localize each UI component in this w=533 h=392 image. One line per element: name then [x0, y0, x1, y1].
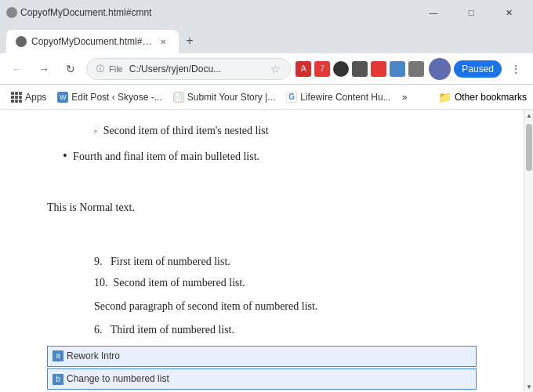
- google-icon: G: [286, 92, 297, 103]
- maximize-button[interactable]: □: [453, 0, 489, 25]
- apps-grid-icon: [11, 92, 22, 103]
- comment-b-text: Change to numbered list: [67, 372, 169, 387]
- numbered-item-6: 6. Third item of numbered list.: [94, 321, 477, 339]
- comment-b-letter: b: [53, 374, 63, 385]
- dash-icon: ◦: [94, 125, 97, 136]
- tab-close-button[interactable]: ✕: [157, 35, 169, 48]
- comment-boxes: a Rework Intro b Change to numbered list: [47, 346, 477, 390]
- folder-icon: 📁: [438, 91, 451, 103]
- favicon: [6, 7, 17, 18]
- num-9: 9.: [94, 256, 108, 267]
- chrome-menu-button[interactable]: ⋮: [505, 58, 527, 80]
- numbered-item-6-container: 6. Third item of numbered list.: [94, 321, 477, 339]
- normal-text-block: This is Normal text.: [47, 199, 477, 216]
- minimize-button[interactable]: —: [415, 0, 451, 25]
- comment-a[interactable]: a Rework Intro: [47, 346, 477, 367]
- active-tab[interactable]: CopyofMyDocument.html#cmnt ✕: [6, 30, 179, 53]
- back-button[interactable]: ←: [6, 58, 28, 80]
- numbered-list: 9. First item of numbered list. 10. Seco…: [94, 253, 477, 292]
- more-bookmarks-button[interactable]: »: [397, 89, 412, 106]
- url-text: C:/Users/ryjen/Docu...: [129, 64, 221, 74]
- bookmark-submit-story[interactable]: 📄 Submit Your Story |...: [169, 89, 281, 106]
- ext7-icon[interactable]: [408, 61, 424, 77]
- normal-text-content: This is Normal text.: [47, 201, 135, 213]
- apps-launcher[interactable]: Apps: [6, 89, 51, 106]
- bookmarks-bar: Apps W Edit Post ‹ Skyose -... 📄 Submit …: [0, 85, 533, 110]
- num-6-text: Third item of numbered list.: [111, 324, 234, 336]
- abp-icon[interactable]: A: [296, 61, 311, 77]
- nested-bullet-item: ◦ Second item of third item's nested lis…: [94, 122, 477, 140]
- scroll-up-button[interactable]: ▲: [524, 110, 533, 121]
- second-para-text: Second paragraph of second item of numbe…: [94, 300, 317, 312]
- comment-b[interactable]: b Change to numbered list: [47, 368, 477, 390]
- tab-label: CopyofMyDocument.html#cmnt: [31, 36, 152, 47]
- extension-icons: A 7: [296, 61, 424, 77]
- profile-avatar[interactable]: [429, 58, 451, 80]
- title-text: CopyofMyDocument.html#cmnt: [20, 7, 412, 18]
- lifewire-label: Lifewire Content Hu...: [300, 92, 390, 103]
- window-controls: — □ ✕: [415, 0, 527, 25]
- close-button[interactable]: ✕: [491, 0, 527, 25]
- bullet-icon: •: [63, 149, 67, 162]
- comment-a-letter: a: [53, 350, 63, 361]
- nested-bullet-text: Second item of third item's nested list: [103, 125, 269, 136]
- other-bookmarks[interactable]: 📁 Other bookmarks: [438, 91, 527, 103]
- num-10: 10.: [94, 277, 111, 289]
- edit-post-icon: W: [57, 92, 68, 103]
- ext4-icon[interactable]: [352, 61, 368, 77]
- address-bar: ← → ↻ ⓘ File C:/Users/ryjen/Docu... ☆ A …: [0, 53, 533, 85]
- scroll-down-button[interactable]: ▼: [524, 381, 533, 392]
- edit-post-label: Edit Post ‹ Skyose -...: [71, 92, 161, 103]
- tab-bar: CopyofMyDocument.html#cmnt ✕ +: [0, 25, 533, 53]
- star-icon[interactable]: ☆: [270, 63, 281, 75]
- ext6-icon[interactable]: [390, 61, 405, 77]
- scrollbar[interactable]: ▲ ▼: [524, 110, 533, 392]
- num-6: 6.: [94, 324, 108, 336]
- bookmark-edit-post[interactable]: W Edit Post ‹ Skyose -...: [53, 89, 166, 106]
- page-content: ◦ Second item of third item's nested lis…: [0, 110, 524, 392]
- new-tab-button[interactable]: +: [179, 30, 201, 52]
- submit-story-icon: 📄: [173, 92, 184, 103]
- bullet-fourth-item: • Fourth and final item of main bulleted…: [63, 146, 477, 166]
- file-label: File: [109, 64, 123, 74]
- scroll-track: [524, 174, 533, 381]
- forward-button[interactable]: →: [33, 58, 55, 80]
- title-bar: CopyofMyDocument.html#cmnt — □ ✕: [0, 0, 533, 25]
- tab-favicon: [16, 36, 27, 47]
- browser-content: ◦ Second item of third item's nested lis…: [0, 110, 533, 392]
- submit-story-label: Submit Your Story |...: [187, 92, 276, 103]
- num-9-text: First item of numbered list.: [111, 256, 230, 267]
- num-10-text: Second item of numbered list.: [114, 277, 245, 289]
- reload-button[interactable]: ↻: [60, 58, 82, 80]
- bullet-fourth-text: Fourth and final item of main bulleted l…: [73, 151, 259, 162]
- paused-button[interactable]: Paused: [454, 60, 502, 78]
- numbered-item-10: 10. Second item of numbered list.: [94, 274, 477, 292]
- profile-area: Paused ⋮: [429, 58, 527, 80]
- other-bookmarks-label: Other bookmarks: [455, 92, 527, 103]
- numbered-item-9: 9. First item of numbered list.: [94, 253, 477, 270]
- ext5-icon[interactable]: [371, 61, 386, 77]
- paused-label: Paused: [462, 64, 494, 74]
- ext3-icon[interactable]: [333, 61, 349, 77]
- lock-icon: ⓘ: [96, 64, 104, 74]
- url-bar[interactable]: ⓘ File C:/Users/ryjen/Docu... ☆: [86, 58, 291, 80]
- bookmark-lifewire[interactable]: G Lifewire Content Hu...: [281, 89, 395, 106]
- second-paragraph: Second paragraph of second item of numbe…: [94, 298, 477, 315]
- scroll-thumb[interactable]: [526, 124, 532, 171]
- ext2-icon[interactable]: 7: [314, 61, 330, 77]
- apps-label: Apps: [25, 92, 46, 103]
- comment-a-text: Rework Intro: [67, 349, 120, 364]
